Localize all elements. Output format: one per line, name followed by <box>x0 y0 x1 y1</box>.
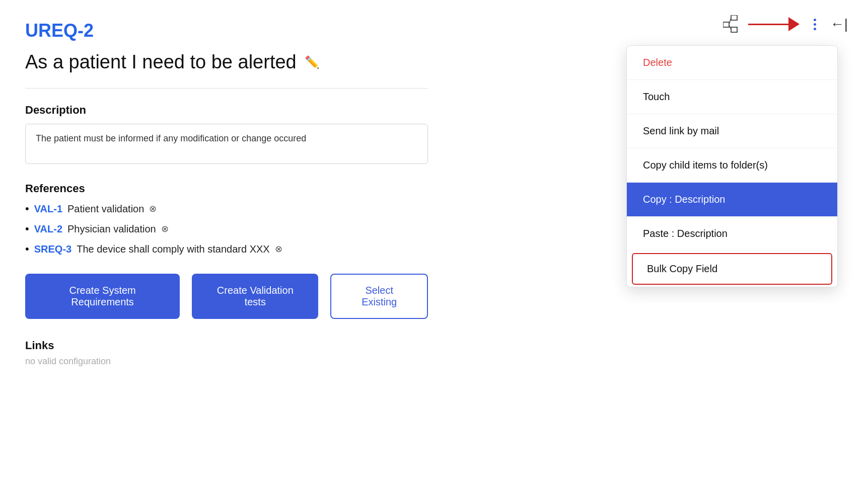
description-label: Description <box>25 104 428 117</box>
list-item: • VAL-1 Patient validation ⊗ <box>25 202 428 215</box>
menu-item-copy-description[interactable]: Copy : Description <box>627 183 837 217</box>
title-divider <box>25 88 428 89</box>
links-label: Links <box>25 339 428 352</box>
dot2 <box>814 23 816 26</box>
svg-line-3 <box>729 18 731 25</box>
arrow-line <box>748 24 788 25</box>
menu-item-bulk-copy-field[interactable]: Bulk Copy Field <box>632 253 832 285</box>
unlink-icon-sreq3[interactable]: ⊗ <box>275 243 282 255</box>
menu-item-copy-child[interactable]: Copy child items to folder(s) <box>627 148 837 183</box>
bullet: • <box>25 222 29 235</box>
ref-id-sreq3[interactable]: SREQ-3 <box>34 243 71 255</box>
ref-text-sreq3: The device shall comply with standard XX… <box>77 243 270 255</box>
ref-text-val2: Physician validation <box>67 223 156 235</box>
diagram-area <box>723 15 800 33</box>
action-buttons-row: Create System Requirements Create Valida… <box>25 274 428 319</box>
create-system-requirements-button[interactable]: Create System Requirements <box>25 274 180 319</box>
ref-id-val1[interactable]: VAL-1 <box>34 203 62 215</box>
description-box: The patient must be informed if any modi… <box>25 124 428 164</box>
menu-item-touch[interactable]: Touch <box>627 80 837 114</box>
svg-rect-0 <box>723 22 729 27</box>
menu-item-send-link[interactable]: Send link by mail <box>627 114 837 148</box>
item-title-row: As a patient I need to be alerted ✏️ <box>25 51 428 73</box>
references-section: References • VAL-1 Patient validation ⊗ … <box>25 182 428 256</box>
edit-icon[interactable]: ✏️ <box>305 55 320 69</box>
svg-rect-1 <box>731 15 737 20</box>
bullet: • <box>25 242 29 256</box>
arrow-head <box>788 17 800 31</box>
unlink-icon-val2[interactable]: ⊗ <box>161 223 169 234</box>
ref-id-val2[interactable]: VAL-2 <box>34 223 62 235</box>
arrow-indicator <box>748 17 800 31</box>
back-button[interactable]: ←| <box>830 16 848 32</box>
dot3 <box>814 28 816 30</box>
item-title-text: As a patient I need to be alerted <box>25 51 297 73</box>
references-list: • VAL-1 Patient validation ⊗ • VAL-2 Phy… <box>25 202 428 256</box>
item-id: UREQ-2 <box>25 20 428 41</box>
menu-item-paste-description[interactable]: Paste : Description <box>627 217 837 251</box>
list-item: • VAL-2 Physician validation ⊗ <box>25 222 428 235</box>
dot1 <box>814 19 816 21</box>
unlink-icon-val1[interactable]: ⊗ <box>149 203 157 214</box>
svg-rect-2 <box>731 27 737 32</box>
list-item: • SREQ-3 The device shall comply with st… <box>25 242 428 256</box>
more-options-button[interactable] <box>810 17 820 32</box>
create-validation-tests-button[interactable]: Create Validation tests <box>192 274 318 319</box>
references-label: References <box>25 182 428 195</box>
select-existing-button[interactable]: Select Existing <box>330 274 428 319</box>
links-section: Links no valid configuration <box>25 339 428 367</box>
toolbar: ←| <box>723 15 848 33</box>
context-menu: Delete Touch Send link by mail Copy chil… <box>626 45 838 287</box>
menu-item-delete[interactable]: Delete <box>627 46 837 80</box>
ref-text-val1: Patient validation <box>67 203 144 215</box>
network-icon[interactable] <box>723 15 745 33</box>
bullet: • <box>25 202 29 215</box>
no-config-text: no valid configuration <box>25 356 428 367</box>
